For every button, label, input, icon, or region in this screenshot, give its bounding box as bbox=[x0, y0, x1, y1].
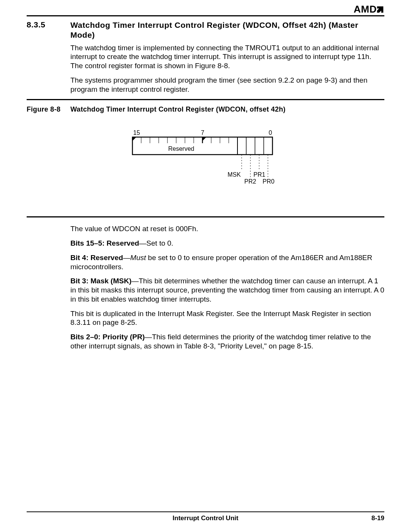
figure-number: Figure 8-8 bbox=[27, 105, 70, 113]
section-heading: 8.3.5 Watchdog Timer Interrupt Control R… bbox=[27, 20, 384, 40]
figure-bottom-rule bbox=[27, 216, 384, 217]
bit-label-0: 0 bbox=[269, 129, 272, 136]
svg-marker-13 bbox=[202, 137, 206, 141]
bit-4-dash: — bbox=[123, 254, 130, 262]
field-pr0: PR0 bbox=[263, 178, 274, 185]
bit-label-15: 15 bbox=[133, 129, 140, 136]
paragraph: The value of WDCON at reset is 000Fh. bbox=[70, 224, 384, 233]
bit-4-label: Bit 4: Reserved bbox=[70, 254, 123, 262]
brand-text: AMD bbox=[354, 3, 377, 15]
figure-top-rule bbox=[27, 99, 384, 100]
bit-label-7: 7 bbox=[201, 129, 204, 136]
reserved-label: Reserved bbox=[168, 145, 194, 152]
paragraph: The systems programmer should program th… bbox=[70, 76, 384, 94]
section-title: Watchdog Timer Interrupt Control Registe… bbox=[70, 20, 384, 40]
footer-title: Interrupt Control Unit bbox=[173, 514, 239, 522]
bits-15-5-label: Bits 15–5: Reserved bbox=[70, 239, 139, 247]
footer-rule bbox=[27, 511, 384, 512]
bits-2-0-label: Bits 2–0: Priority (PR) bbox=[70, 333, 145, 341]
paragraph: Bits 15–5: Reserved—Set to 0. bbox=[70, 239, 384, 248]
field-pr2: PR2 bbox=[244, 178, 256, 185]
paragraph: This bit is duplicated in the Interrupt … bbox=[70, 309, 384, 328]
bit-3-label: Bit 3: Mask (MSK) bbox=[70, 277, 131, 285]
paragraph: Bits 2–0: Priority (PR)—This field deter… bbox=[70, 332, 384, 351]
footer-page-number: 8-19 bbox=[371, 514, 384, 522]
svg-marker-12 bbox=[132, 137, 136, 141]
figure-title: Watchdog Timer Interrupt Control Registe… bbox=[70, 105, 285, 113]
page-footer: Interrupt Control Unit 8-19 bbox=[27, 514, 384, 522]
field-msk: MSK bbox=[228, 171, 241, 178]
paragraph: Bit 4: Reserved—Must be set to 0 to ensu… bbox=[70, 253, 384, 272]
register-diagram: 15 7 0 bbox=[27, 129, 384, 201]
bits-15-5-text: —Set to 0. bbox=[139, 239, 174, 247]
field-pr1: PR1 bbox=[253, 171, 265, 178]
brand-logo: AMD bbox=[354, 3, 384, 15]
section-number: 8.3.5 bbox=[27, 20, 70, 40]
figure-caption: Figure 8-8 Watchdog Timer Interrupt Cont… bbox=[27, 105, 384, 113]
bit-4-must: Must bbox=[130, 254, 146, 262]
paragraph: Bit 3: Mask (MSK)—This bit determines wh… bbox=[70, 276, 384, 304]
paragraph: The watchdog timer is implemented by con… bbox=[70, 43, 384, 70]
